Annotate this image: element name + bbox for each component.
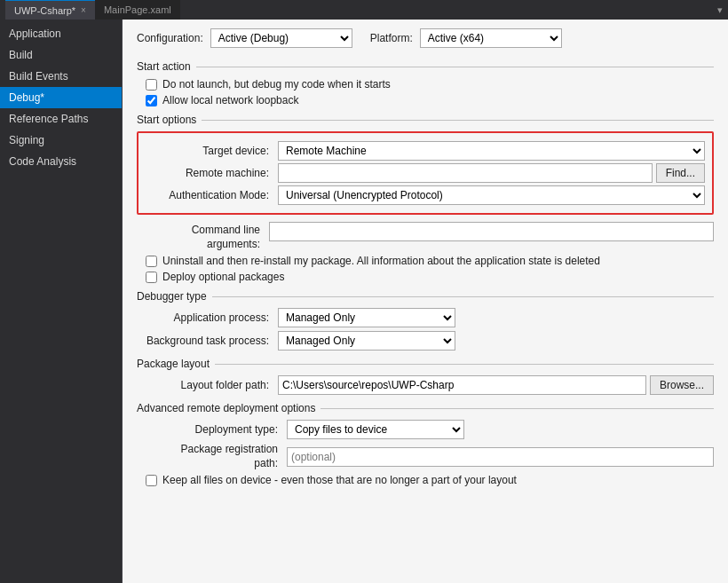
configuration-select[interactable]: Active (Debug) bbox=[210, 28, 352, 48]
auth-mode-row: Authentication Mode: Universal (Unencryp… bbox=[146, 185, 705, 205]
cmd-args-row: Command linearguments: bbox=[137, 222, 714, 251]
title-bar-arrow[interactable]: ▾ bbox=[717, 4, 723, 16]
config-row: Configuration: Active (Debug) Platform: … bbox=[137, 28, 714, 48]
package-layout-header: Package layout bbox=[137, 358, 714, 370]
title-bar: UWP-Csharp* × MainPage.xaml ▾ bbox=[0, 0, 728, 20]
sidebar-item-reference-paths[interactable]: Reference Paths bbox=[0, 108, 122, 130]
uninstall-checkbox[interactable] bbox=[146, 256, 157, 267]
auth-mode-label: Authentication Mode: bbox=[146, 189, 274, 201]
adv-remote-header: Advanced remote deployment options bbox=[137, 402, 714, 414]
donotlaunch-row: Do not launch, but debug my code when it… bbox=[146, 78, 714, 91]
find-button[interactable]: Find... bbox=[656, 163, 705, 183]
layout-folder-row: Layout folder path: Browse... bbox=[146, 375, 714, 395]
remote-machine-input[interactable] bbox=[278, 163, 653, 183]
sidebar-item-application[interactable]: Application bbox=[0, 23, 122, 44]
deployment-type-select[interactable]: Copy files to device Register from netwo… bbox=[287, 420, 464, 439]
browse-button[interactable]: Browse... bbox=[650, 375, 714, 395]
cmd-args-label: Command linearguments: bbox=[137, 222, 265, 251]
platform-label: Platform: bbox=[370, 32, 413, 44]
section-line3 bbox=[212, 296, 714, 297]
keep-files-checkbox[interactable] bbox=[146, 475, 157, 486]
tab-uwp-label: UWP-Csharp* bbox=[14, 5, 75, 16]
main-layout: Application Build Build Events Debug* Re… bbox=[0, 20, 728, 583]
uninstall-row: Uninstall and then re-install my package… bbox=[146, 255, 714, 267]
allowlocal-row: Allow local network loopback bbox=[146, 94, 714, 106]
section-line2 bbox=[202, 120, 714, 121]
target-device-select[interactable]: Remote Machine Local Machine Device Simu… bbox=[278, 141, 705, 161]
configuration-label: Configuration: bbox=[137, 32, 203, 44]
pkg-reg-input[interactable] bbox=[287, 447, 714, 467]
bg-task-select[interactable]: Managed Only Native Only Mixed Auto bbox=[278, 331, 455, 351]
allowlocal-checkbox[interactable] bbox=[146, 95, 157, 106]
deploy-optional-checkbox[interactable] bbox=[146, 272, 157, 283]
start-action-header: Start action bbox=[137, 60, 714, 73]
section-line5 bbox=[320, 408, 714, 409]
dropdown-arrow-icon: ▾ bbox=[717, 4, 723, 15]
title-tab-uwp[interactable]: UWP-Csharp* × bbox=[5, 0, 95, 20]
app-process-select[interactable]: Managed Only Native Only Mixed Auto bbox=[278, 308, 455, 327]
bg-task-label: Background task process: bbox=[146, 335, 274, 347]
deployment-type-label: Deployment type: bbox=[146, 423, 283, 436]
app-process-label: Application process: bbox=[146, 311, 274, 324]
start-options-header: Start options bbox=[137, 114, 714, 126]
pkg-reg-row: Package registrationpath: bbox=[146, 443, 714, 470]
close-icon[interactable]: × bbox=[81, 5, 86, 15]
donotlaunch-label: Do not launch, but debug my code when it… bbox=[162, 78, 391, 91]
sidebar-item-signing[interactable]: Signing bbox=[0, 130, 122, 151]
deploy-optional-row: Deploy optional packages bbox=[146, 271, 714, 283]
sidebar-item-build[interactable]: Build bbox=[0, 44, 122, 66]
uninstall-label: Uninstall and then re-install my package… bbox=[162, 255, 600, 267]
deploy-optional-label: Deploy optional packages bbox=[162, 271, 284, 283]
deployment-type-row: Deployment type: Copy files to device Re… bbox=[146, 420, 714, 439]
remote-machine-row: Remote machine: Find... bbox=[146, 163, 705, 183]
sidebar-item-build-events[interactable]: Build Events bbox=[0, 66, 122, 87]
platform-select[interactable]: Active (x64) bbox=[420, 28, 562, 48]
app-process-row: Application process: Managed Only Native… bbox=[146, 308, 714, 327]
section-line bbox=[196, 67, 714, 67]
sidebar: Application Build Build Events Debug* Re… bbox=[0, 20, 123, 583]
auth-mode-select[interactable]: Universal (Unencrypted Protocol) Windows… bbox=[278, 185, 705, 205]
debugger-type-header: Debugger type bbox=[137, 290, 714, 303]
keep-files-row: Keep all files on device - even those th… bbox=[146, 474, 714, 486]
title-tab-mainpage[interactable]: MainPage.xaml bbox=[95, 0, 180, 20]
pkg-reg-label: Package registrationpath: bbox=[146, 443, 283, 470]
remote-machine-label: Remote machine: bbox=[146, 167, 274, 179]
donotlaunch-checkbox[interactable] bbox=[146, 79, 157, 91]
allowlocal-label: Allow local network loopback bbox=[162, 94, 298, 106]
tab-mainpage-label: MainPage.xaml bbox=[104, 4, 171, 15]
start-options-box: Target device: Remote Machine Local Mach… bbox=[137, 131, 714, 215]
target-device-row: Target device: Remote Machine Local Mach… bbox=[146, 141, 705, 161]
cmd-args-input[interactable] bbox=[269, 222, 714, 241]
layout-folder-input[interactable] bbox=[278, 375, 646, 395]
content-area: Configuration: Active (Debug) Platform: … bbox=[123, 20, 728, 583]
sidebar-item-code-analysis[interactable]: Code Analysis bbox=[0, 151, 122, 172]
keep-files-label: Keep all files on device - even those th… bbox=[162, 474, 517, 486]
sidebar-item-debug[interactable]: Debug* bbox=[0, 87, 122, 108]
layout-folder-label: Layout folder path: bbox=[146, 379, 274, 391]
bg-task-row: Background task process: Managed Only Na… bbox=[146, 331, 714, 351]
section-line4 bbox=[215, 364, 714, 365]
target-device-label: Target device: bbox=[146, 145, 274, 157]
